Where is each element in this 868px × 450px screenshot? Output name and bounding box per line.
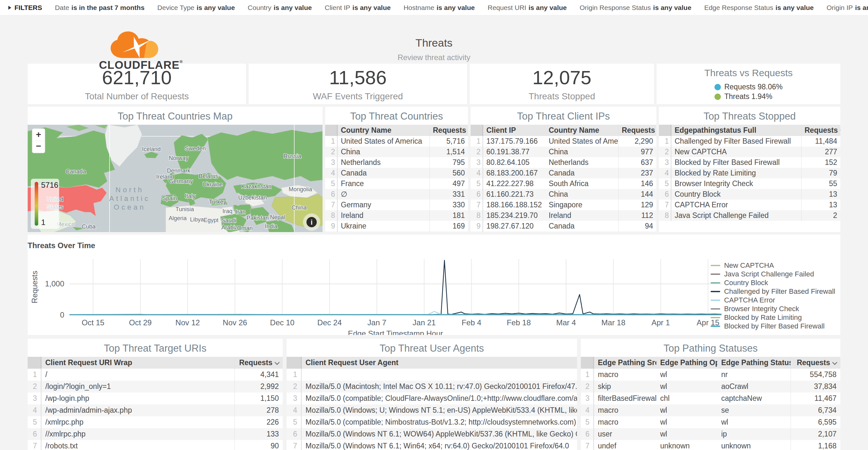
panel-title: Top Threats Stopped bbox=[659, 107, 840, 125]
table-cell: 137.175.79.166 bbox=[483, 136, 546, 147]
row-rank: 2 bbox=[659, 147, 671, 157]
column-header-requests[interactable]: Requests bbox=[235, 357, 283, 369]
column-header-edge-pathing-op: Edge Pathing Op bbox=[656, 357, 717, 369]
filter-pill[interactable]: Dateis in the past 7 months bbox=[55, 4, 145, 11]
chart-legend-item: Country Block bbox=[711, 278, 835, 287]
row-rank: 6 bbox=[659, 189, 671, 200]
table-row: 8Ireland181 bbox=[325, 210, 468, 221]
table-cell: 60.191.38.77 bbox=[483, 147, 546, 157]
table-row: 3Netherlands795 bbox=[325, 157, 468, 168]
chart-legend-item: Browser Integrity Check bbox=[711, 304, 835, 313]
filter-pill[interactable]: Countryis any value bbox=[248, 4, 312, 11]
svg-text:Jan 7: Jan 7 bbox=[368, 318, 386, 327]
svg-text:Nov 12: Nov 12 bbox=[176, 318, 200, 327]
panel-title: Top Threat Client IPs bbox=[471, 107, 656, 125]
table-cell: ∅ bbox=[337, 189, 430, 200]
column-header-requests[interactable]: Requests bbox=[801, 125, 840, 136]
map-label: Spain bbox=[162, 195, 177, 202]
table-cell: 188.166.188.152 bbox=[483, 200, 546, 210]
filter-bar: FILTERS Dateis in the past 7 monthsDevic… bbox=[0, 0, 868, 16]
row-rank: 10 bbox=[471, 232, 483, 232]
table-cell: 152 bbox=[801, 157, 840, 168]
table-cell: macro bbox=[594, 416, 656, 428]
filter-pill[interactable]: Request URIis any value bbox=[488, 4, 567, 11]
table-cell: China bbox=[546, 147, 618, 157]
svg-text:Nov 26: Nov 26 bbox=[223, 318, 247, 327]
map-label: Mongolia bbox=[288, 186, 312, 192]
map-zoom-control[interactable]: + − bbox=[32, 128, 45, 153]
svg-text:Apr 1: Apr 1 bbox=[651, 318, 670, 327]
stat-value: 11,586 bbox=[329, 66, 386, 89]
table-row: 3filterBasedFirewallchlcaptchaNew11,467 bbox=[581, 392, 840, 404]
legend-line-icon bbox=[711, 300, 720, 301]
filter-pill[interactable]: Client IPis any value bbox=[325, 4, 391, 11]
table-cell: 637 bbox=[618, 157, 656, 168]
table-row: 2/login/?login_only=12,992 bbox=[28, 381, 283, 392]
row-rank: 3 bbox=[659, 157, 671, 168]
table-cell: Canada bbox=[337, 168, 430, 178]
row-rank: 1 bbox=[325, 136, 337, 147]
svg-text:Oct 15: Oct 15 bbox=[82, 318, 104, 327]
filter-pill[interactable]: Hostnameis any value bbox=[403, 4, 475, 11]
filter-pill[interactable]: Origin IPis any value bbox=[827, 4, 868, 11]
map-label: Saudi bbox=[221, 217, 236, 224]
table-row: 3/wp-login.php1,150 bbox=[28, 392, 283, 404]
table-cell: 88 bbox=[618, 232, 656, 232]
table-cell: wl bbox=[656, 416, 717, 428]
top-threats-stopped-panel: Top Threats Stopped Edgepathingstatus Fu… bbox=[659, 107, 840, 232]
legend-dot-icon bbox=[714, 93, 721, 100]
filter-pill[interactable]: Edge Response Statusis any value bbox=[704, 4, 814, 11]
table-row: 9Ukraine169 bbox=[325, 221, 468, 232]
row-rank: 6 bbox=[581, 428, 594, 440]
table-cell: China bbox=[337, 147, 430, 157]
table-row: 7undefunknownunknown1,168 bbox=[581, 440, 840, 450]
map-label: Uzbekistan bbox=[238, 194, 267, 201]
table-cell: captchaNew bbox=[717, 392, 790, 404]
filter-pill[interactable]: Device Typeis any value bbox=[157, 4, 235, 11]
map-label: Ukraine bbox=[203, 181, 223, 188]
table-cell: 11,484 bbox=[801, 136, 840, 147]
stat-value: 12,075 bbox=[532, 66, 591, 89]
tvr-legend-item: Requests 98.06% bbox=[714, 83, 783, 91]
row-rank: 9 bbox=[325, 221, 337, 232]
row-rank: 1 bbox=[286, 369, 301, 381]
legend-line-icon bbox=[711, 282, 720, 283]
row-rank: 2 bbox=[286, 381, 301, 392]
filter-pill[interactable]: Origin Response Statusis any value bbox=[580, 4, 691, 11]
table-cell: Mozilla/5.0 (Windows; U; Windows NT 5.1;… bbox=[301, 404, 577, 416]
column-header-requests[interactable]: Requests bbox=[790, 357, 840, 369]
table-cell: 144 bbox=[618, 189, 656, 200]
row-rank: 6 bbox=[471, 189, 483, 200]
threats-vs-requests-title: Threats vs Requests bbox=[704, 67, 793, 79]
table-row: 4Blocked by Rate Limiting79 bbox=[659, 168, 840, 178]
table-row: 4Mozilla/5.0 (Windows; U; Windows NT 5.1… bbox=[286, 404, 577, 416]
table-cell: 169 bbox=[430, 221, 468, 232]
column-header-requests[interactable]: Requests bbox=[430, 125, 468, 136]
world-map[interactable]: CanadaUnitedStatesMexicoCubaIcelandNorwa… bbox=[28, 125, 322, 232]
table-row: 4macrowlse6,734 bbox=[581, 404, 840, 416]
filters-toggle[interactable]: FILTERS bbox=[8, 4, 42, 11]
map-info-icon[interactable]: i bbox=[303, 213, 320, 231]
chart-legend-item: Challenged by Filter Based Firewall bbox=[711, 287, 835, 296]
table-cell: 2,992 bbox=[235, 381, 283, 392]
column-header-requests[interactable]: Requests bbox=[618, 125, 656, 136]
series-line-challenged-by-filter-based-firewall bbox=[69, 260, 721, 315]
table-row: 3Blocked by Filter Based Firewall152 bbox=[659, 157, 840, 168]
svg-text:Jan 21: Jan 21 bbox=[412, 318, 436, 327]
table-cell: 41.222.227.98 bbox=[483, 178, 546, 189]
map-label: Libya bbox=[190, 216, 204, 223]
table-cell: 226 bbox=[235, 416, 283, 428]
table-cell: 278 bbox=[235, 404, 283, 416]
chart-legend: New CAPTCHAJava Script Challenge FailedC… bbox=[711, 261, 835, 330]
table-cell: 79 bbox=[801, 168, 840, 178]
svg-text:Mar 18: Mar 18 bbox=[601, 318, 625, 327]
table-cell: /wp-admin/admin-ajax.php bbox=[41, 404, 235, 416]
sort-caret-icon bbox=[832, 360, 837, 365]
table-cell: 2,107 bbox=[790, 428, 840, 440]
row-rank: 7 bbox=[581, 440, 594, 450]
table-cell: skip bbox=[594, 381, 656, 392]
table-cell: 4,341 bbox=[235, 369, 283, 381]
row-rank: 3 bbox=[471, 157, 483, 168]
table-row: 6userwlip2,107 bbox=[581, 428, 840, 440]
table-row: 1137.175.79.166United States of America2… bbox=[471, 136, 656, 147]
